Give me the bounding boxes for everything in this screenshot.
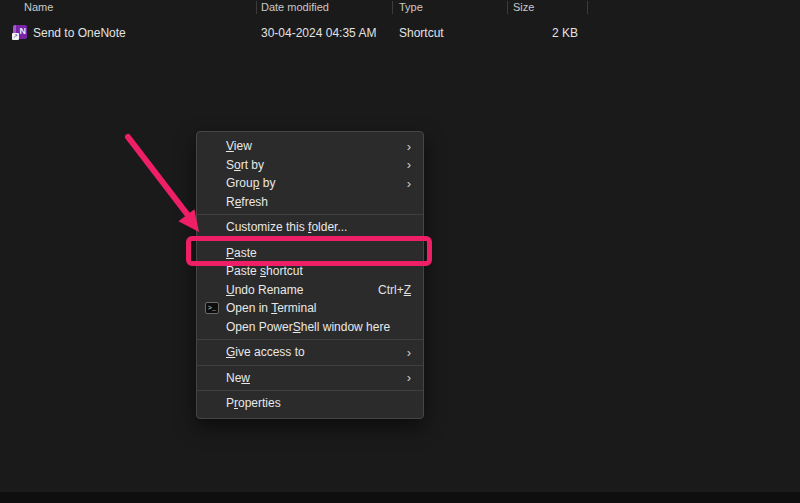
column-separator[interactable] (256, 1, 257, 14)
file-date-modified: 30-04-2024 04:35 AM (261, 26, 376, 40)
menu-item-sort-by[interactable]: Sort by › (197, 156, 423, 175)
menu-item-open-in-terminal[interactable]: >_ Open in Terminal (197, 299, 423, 318)
column-separator[interactable] (507, 1, 508, 14)
menu-separator (197, 365, 423, 366)
menu-item-label: Customize this folder... (226, 220, 347, 234)
column-header-name[interactable]: Name (24, 1, 53, 13)
menu-item-undo-rename[interactable]: Undo Rename Ctrl+Z (197, 281, 423, 300)
menu-item-label: Properties (226, 396, 281, 410)
menu-item-refresh[interactable]: Refresh (197, 193, 423, 212)
onenote-letter: N (20, 26, 27, 37)
menu-item-label: Paste (226, 246, 257, 260)
menu-item-give-access-to[interactable]: Give access to › (197, 343, 423, 362)
menu-item-label: Paste shortcut (226, 264, 303, 278)
menu-item-properties[interactable]: Properties (197, 394, 423, 413)
bottom-bar (0, 492, 800, 503)
file-row[interactable]: N ↗ Send to OneNote 30-04-2024 04:35 AM … (0, 24, 800, 42)
menu-item-label: Open in Terminal (226, 301, 317, 315)
onenote-shortcut-icon: N ↗ (13, 25, 27, 39)
terminal-icon: >_ (205, 302, 219, 314)
keyboard-shortcut-hint: Ctrl+Z (378, 283, 411, 297)
menu-item-label: Give access to (226, 345, 305, 359)
menu-separator (197, 390, 423, 391)
chevron-right-icon: › (407, 346, 411, 359)
menu-item-customize-this-folder[interactable]: Customize this folder... (197, 218, 423, 237)
file-type: Shortcut (399, 26, 444, 40)
menu-item-label: New (226, 371, 250, 385)
column-header-date-modified[interactable]: Date modified (261, 1, 329, 13)
column-header-type[interactable]: Type (399, 1, 423, 13)
menu-item-label: Group by (226, 176, 275, 190)
chevron-right-icon: › (407, 158, 411, 171)
menu-separator (197, 339, 423, 340)
chevron-right-icon: › (407, 177, 411, 190)
menu-item-label: Refresh (226, 195, 268, 209)
menu-item-paste-shortcut[interactable]: Paste shortcut (197, 262, 423, 281)
context-menu: View › Sort by › Group by › Refresh Cust… (196, 131, 424, 419)
chevron-right-icon: › (407, 371, 411, 384)
chevron-right-icon: › (407, 140, 411, 153)
column-separator[interactable] (587, 1, 588, 14)
menu-item-view[interactable]: View › (197, 137, 423, 156)
menu-item-label: Undo Rename (226, 283, 303, 297)
file-name: Send to OneNote (33, 26, 126, 40)
column-header-row: Name Date modified Type Size (0, 0, 800, 16)
menu-separator (197, 214, 423, 215)
menu-item-paste[interactable]: Paste (197, 244, 423, 263)
menu-item-open-powershell-window-here[interactable]: Open PowerShell window here (197, 318, 423, 337)
file-size: 2 KB (500, 26, 578, 40)
column-separator[interactable] (392, 1, 393, 14)
menu-item-group-by[interactable]: Group by › (197, 174, 423, 193)
menu-item-label: View (226, 139, 252, 153)
menu-item-new[interactable]: New › (197, 369, 423, 388)
menu-item-label: Open PowerShell window here (226, 320, 390, 334)
menu-item-label: Sort by (226, 158, 264, 172)
shortcut-arrow-overlay-icon: ↗ (12, 33, 19, 40)
menu-separator (197, 240, 423, 241)
column-header-size[interactable]: Size (513, 1, 534, 13)
explorer-folder-view: { "page": { "background": "#1a1a1a", "bo… (0, 0, 800, 503)
